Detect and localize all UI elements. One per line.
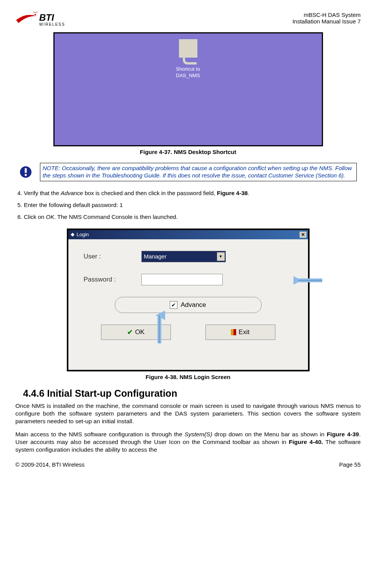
login-title: Login [77,232,89,237]
exit-button[interactable]: Exit [205,325,275,340]
logo-subtext: WIRELESS [39,22,65,27]
section-heading: 4.4.6 Initial Start-up Configuration [15,388,361,399]
bti-swoosh-icon [15,12,38,27]
ok-label: OK [135,328,145,336]
shortcut-icon [179,39,197,58]
page-header: BTI WIRELESS mBSC-H DAS System Installat… [15,12,361,27]
figure-4-38-caption: Figure 4-38. NMS Login Screen [15,374,361,380]
doc-title: mBSC-H DAS System [292,12,361,18]
page-footer: © 2009-2014, BTI Wireless Page 55 [15,461,361,468]
note-text: NOTE: Occasionally, there are compatibil… [40,163,357,181]
figure-4-38-image: Login ✕ User : Manager ▼ Password : ✔ Ad… [67,229,310,371]
instruction-steps: Verify that the Advance box is checked a… [15,189,361,221]
checkmark-icon: ✔ [127,328,133,336]
user-label: User : [84,253,141,260]
desktop-shortcut[interactable]: Shortcut to DAS_NMS [169,39,207,79]
annotation-arrow-password [293,275,324,286]
figure-4-37-image: Shortcut to DAS_NMS [53,32,323,146]
svg-rect-2 [25,168,27,173]
step-4: Verify that the Advance box is checked a… [24,189,361,197]
logo: BTI WIRELESS [15,12,65,27]
shortcut-label: Shortcut to DAS_NMS [169,66,207,79]
password-input[interactable] [141,274,223,285]
chevron-down-icon: ▼ [217,252,225,261]
exit-label: Exit [239,328,249,336]
footer-copyright: © 2009-2014, BTI Wireless [15,461,84,468]
header-right: mBSC-H DAS System Installation Manual Is… [292,12,361,25]
advance-checkbox[interactable]: ✔ [170,301,177,309]
user-dropdown[interactable]: Manager ▼ [141,251,226,262]
logo-text: BTI [39,12,65,23]
footer-page: Page 55 [339,461,361,468]
section-paragraph-2: Main access to the NMS software configur… [15,431,361,454]
step-6: Click on OK. The NMS Command Console is … [24,213,361,221]
close-button[interactable]: ✕ [300,232,306,238]
warning-icon [19,166,32,179]
exit-icon [231,329,236,335]
svg-point-0 [35,14,36,15]
login-titlebar: Login ✕ [68,230,308,239]
annotation-arrow-advance [154,311,165,345]
password-label: Password : [84,276,141,283]
doc-subtitle: Installation Manual Issue 7 [292,18,361,25]
user-value: Manager [144,253,167,260]
note-block: NOTE: Occasionally, there are compatibil… [19,163,357,181]
section-paragraph-1: Once NMS is installed on the machine, th… [15,402,361,425]
app-icon [70,232,75,237]
advance-group: ✔ Advance [115,297,262,313]
advance-label: Advance [181,301,206,309]
figure-4-37-caption: Figure 4-37. NMS Desktop Shortcut [15,149,361,155]
svg-rect-3 [25,174,27,176]
step-5: Enter the following default password: 1 [24,201,361,209]
